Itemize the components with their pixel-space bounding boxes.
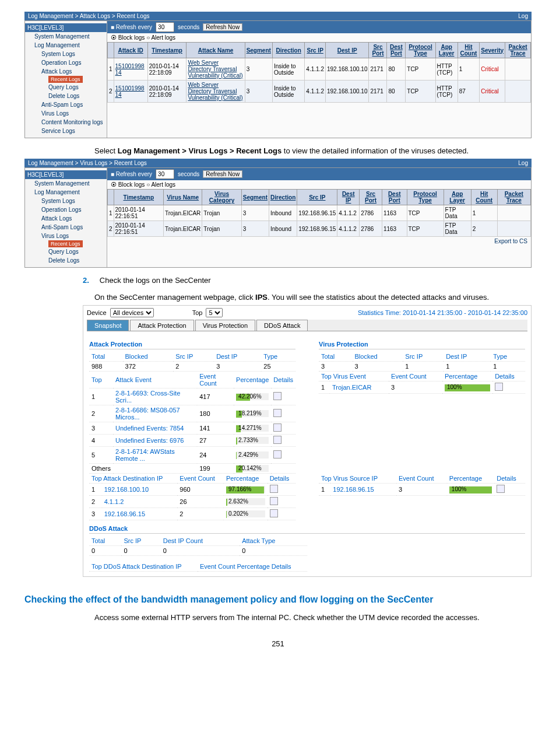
ddos-summary: TotalSrc IPDest IP CountAttack Type 0000 [89, 536, 307, 556]
col-direction[interactable]: Direction [272, 43, 304, 58]
nav-item-selected[interactable]: Recent Logs [48, 240, 83, 247]
refresh-button[interactable]: Refresh Now [203, 170, 242, 178]
breadcrumb: Log Management > Virus Logs > Recent Log… [24, 159, 532, 167]
col-attackid[interactable]: Attack ID [114, 43, 147, 58]
nav-item[interactable]: Operation Logs [25, 58, 107, 67]
nav-item[interactable]: System Management [25, 32, 107, 41]
table-row: 24.1.1.2262.632% [89, 496, 295, 508]
attack-name-link[interactable]: Web Server Directory Traversal Vulnerabi… [186, 58, 245, 80]
details-icon[interactable] [270, 509, 278, 517]
device-label: H3C[LEVEL3] [25, 170, 107, 179]
col-trace[interactable]: Packet Trace [505, 43, 531, 58]
table-row: 22-8-1-6686: MS08-057 Micros...18018.219… [89, 405, 295, 422]
details-icon[interactable] [273, 450, 281, 459]
refresh-seconds-input[interactable] [156, 22, 174, 32]
nav-item[interactable]: Log Management [25, 41, 107, 50]
table-row: 1Trojan.EICAR3100% [319, 382, 525, 394]
tab-attack-protection[interactable]: Attack Protection [130, 320, 193, 331]
log-type-radios[interactable]: ⦿ Block logs ○ Alert logs [107, 33, 531, 42]
refresh-label2: seconds [178, 24, 199, 30]
breadcrumb-right: Log [518, 160, 528, 166]
details-icon[interactable] [273, 436, 281, 444]
nav-item[interactable]: System Management [25, 179, 107, 188]
top-select[interactable]: 5 [206, 308, 223, 317]
nav-tree: H3C[LEVEL3] System Management Log Manage… [25, 21, 107, 138]
col-destip[interactable]: Dest IP [325, 43, 369, 58]
details-icon[interactable] [270, 497, 278, 505]
log-type-radios[interactable]: ⦿ Block logs ○ Alert logs [107, 180, 531, 189]
top-virus-event-table: Top Virus EventEvent CountPercentageDeta… [319, 372, 525, 394]
col-proto[interactable]: Protocol Type [406, 43, 435, 58]
nav-item[interactable]: Virus Logs [25, 109, 107, 118]
col-severity[interactable]: Severity [480, 43, 505, 58]
table-row: 1 2010-01-14 22:16:51 Trojan.EICAR Troja… [108, 205, 531, 221]
virus-logs-panel: Log Management > Virus Logs > Recent Log… [24, 159, 532, 268]
stats-time: Statistics Time: 2010-01-14 21:35:00 - 2… [358, 309, 527, 316]
refresh-label2: seconds [178, 171, 199, 177]
attack-id-link[interactable]: 151001998 14 [114, 80, 147, 103]
col-destport[interactable]: Dest Port [387, 43, 406, 58]
refresh-bar: ■ Refresh every seconds Refresh Now [107, 21, 531, 33]
device-select[interactable]: All devices [110, 308, 154, 317]
nav-item[interactable]: Virus Logs [25, 232, 107, 240]
nav-item[interactable]: Attack Logs [25, 67, 107, 76]
col-app[interactable]: App Layer [435, 43, 458, 58]
nav-item-selected[interactable]: Recent Logs [48, 76, 83, 83]
details-icon[interactable] [270, 485, 278, 493]
nav-item[interactable]: System Logs [25, 50, 107, 58]
nav-item[interactable]: Delete Logs [25, 256, 107, 265]
nav-item[interactable]: Anti-Spam Logs [25, 100, 107, 109]
breadcrumb-text: Log Management > Virus Logs > Recent Log… [28, 160, 147, 166]
col-segment[interactable]: Segment [245, 43, 272, 58]
table-row: 1 151001998 14 2010-01-14 22:18:09 Web S… [108, 58, 531, 80]
col-srcport[interactable]: Src Port [369, 43, 387, 58]
details-icon[interactable] [273, 424, 281, 432]
nav-item[interactable]: Delete Logs [25, 92, 107, 100]
table-row: 3Undefined Events: 785414114.271% [89, 422, 295, 435]
device-label: Device [87, 309, 107, 316]
table-row: 3192.168.96.1520.202% [89, 508, 295, 520]
tab-snapshot[interactable]: Snapshot [87, 320, 129, 331]
details-icon[interactable] [273, 409, 281, 417]
nav-item[interactable]: Query Logs [25, 83, 107, 92]
nav-tree: H3C[LEVEL3] System Management Log Manage… [25, 168, 107, 267]
nav-item[interactable]: Query Logs [25, 247, 107, 256]
table-row: 4Undefined Events: 6976272.733% [89, 435, 295, 447]
nav-item[interactable]: Operation Logs [25, 205, 107, 214]
details-icon[interactable] [497, 485, 505, 493]
virus-protection-title: Virus Protection [319, 341, 525, 349]
nav-item[interactable]: Anti-Spam Logs [25, 223, 107, 232]
col-blank[interactable] [108, 43, 114, 58]
paragraph: Access some external HTTP servers from T… [94, 613, 532, 622]
top-label: Top [192, 309, 203, 316]
refresh-bar: ■ Refresh every seconds Refresh Now [107, 168, 531, 180]
export-link[interactable]: Export to CS [107, 237, 531, 246]
paragraph: Select Log Management > Virus Logs > Rec… [94, 146, 532, 155]
nav-item[interactable]: Attack Logs [25, 214, 107, 223]
severity: Critical [480, 58, 505, 80]
attack-id-link[interactable]: 151001998 14 [114, 58, 147, 80]
details-icon[interactable] [273, 392, 281, 400]
nav-item[interactable]: Log Management [25, 188, 107, 197]
step-2: 2.Check the logs on the SecCenter [83, 276, 532, 285]
nav-item[interactable]: Content Monitoring logs [25, 118, 107, 127]
refresh-label: ■ Refresh every [111, 24, 152, 30]
breadcrumb-right: Log [518, 13, 528, 19]
tab-ddos[interactable]: DDoS Attack [256, 320, 308, 331]
attack-name-link[interactable]: Web Server Directory Traversal Vulnerabi… [186, 80, 245, 103]
refresh-seconds-input[interactable] [156, 169, 174, 179]
table-row: 2 2010-01-14 22:16:51 Trojan.EICAR Troja… [108, 221, 531, 237]
table-row: 52-8-1-6714: AWStats Remote ...242.429% [89, 447, 295, 464]
tab-virus-protection[interactable]: Virus Protection [195, 320, 255, 331]
refresh-label: ■ Refresh every [111, 171, 152, 177]
col-srcip[interactable]: Src IP [305, 43, 326, 58]
col-hit[interactable]: Hit Count [458, 43, 480, 58]
col-attackname[interactable]: Attack Name [186, 43, 245, 58]
device-label: H3C[LEVEL3] [25, 23, 107, 32]
col-timestamp[interactable]: Timestamp [147, 43, 186, 58]
refresh-button[interactable]: Refresh Now [203, 23, 242, 31]
nav-item[interactable]: System Logs [25, 197, 107, 205]
table-row: 2 151001998 14 2010-01-14 22:18:09 Web S… [108, 80, 531, 103]
nav-item[interactable]: Service Logs [25, 127, 107, 135]
details-icon[interactable] [495, 383, 503, 391]
